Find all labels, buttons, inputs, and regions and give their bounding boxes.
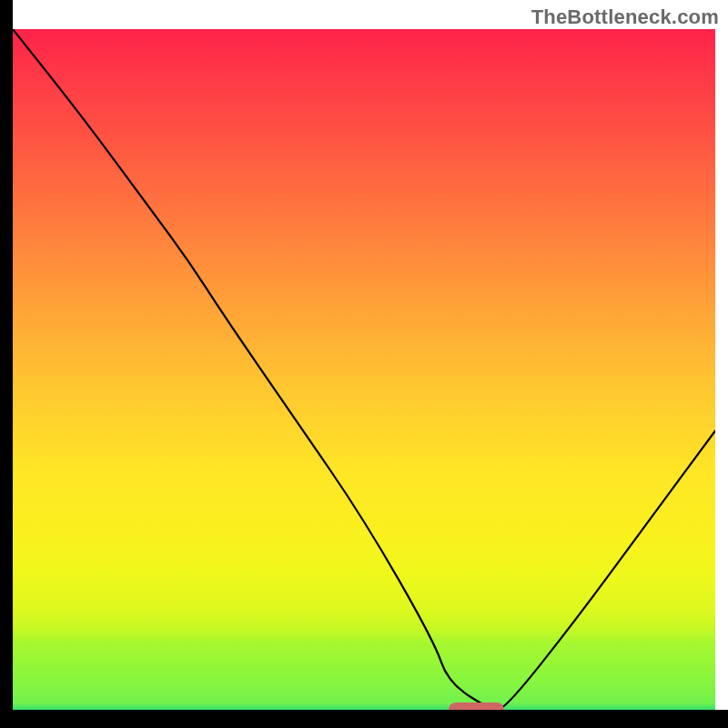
- watermark-label: TheBottleneck.com: [531, 5, 719, 29]
- y-axis-bar: [0, 0, 13, 728]
- x-axis-bar: [0, 710, 728, 728]
- bottleneck-chart: TheBottleneck.com: [0, 0, 728, 728]
- bottleneck-curve: [13, 29, 715, 710]
- curve-path: [13, 29, 715, 710]
